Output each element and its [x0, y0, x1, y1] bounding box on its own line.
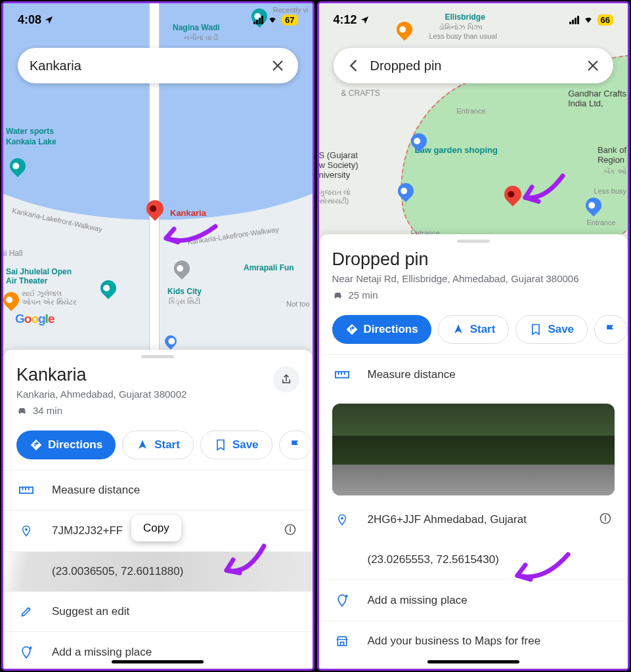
add-missing-label: Add a missing place	[368, 594, 468, 607]
google-logo: Google	[15, 312, 54, 326]
status-bar: 4:12 66	[319, 3, 628, 36]
add-missing-place-row[interactable]: Add a missing place	[3, 631, 313, 671]
save-button[interactable]: Save	[200, 430, 272, 459]
close-icon	[271, 58, 285, 73]
map-label-lessb2: Less busy	[594, 187, 626, 195]
add-business-row[interactable]: Add your business to Maps for free	[319, 621, 628, 661]
travel-time: 25 min	[332, 289, 615, 301]
location-pin-icon	[335, 513, 349, 527]
wifi-icon	[582, 15, 594, 24]
nav-arrow-icon	[136, 438, 149, 452]
right-phone: 4:12 66 Ellisbridge ડોમિનોઝ પિઝા Less bu…	[317, 1, 630, 671]
street-photo[interactable]	[332, 404, 615, 495]
add-pin-icon	[335, 593, 349, 608]
map-label-nottoo: Not too	[286, 300, 309, 308]
map-label-kidscity-sub: કિડ્સ સિટી	[169, 297, 200, 306]
home-indicator[interactable]	[427, 660, 519, 663]
directions-icon	[345, 323, 359, 336]
travel-time: 34 min	[16, 405, 299, 416]
place-sheet[interactable]: Dropped pin Near Netaji Rd, Ellisbridge,…	[319, 234, 628, 669]
plus-code-row[interactable]: 2HG6+JJF Ahmedabad, Gujarat	[319, 499, 628, 540]
map-label-amrapali: Amrapali Fun	[244, 263, 294, 272]
add-missing-place-row[interactable]: Add a missing place	[319, 579, 628, 621]
map-label-law: Law garden shoping	[415, 145, 498, 155]
pencil-icon	[19, 605, 33, 618]
coordinates-row[interactable]: (23.0036505, 72.6011880)	[3, 551, 313, 591]
map-label-watersports: Water sports	[6, 127, 54, 136]
poi-bus-icon[interactable]	[162, 333, 179, 349]
coordinates-value: (23.0265553, 72.5615430)	[368, 553, 499, 566]
place-sheet[interactable]: Kankaria Kankaria, Ahmedabad, Gujarat 38…	[3, 350, 313, 669]
map-label-crafts: & CRAFTS	[341, 89, 380, 98]
measure-distance-row[interactable]: Measure distance	[319, 354, 628, 394]
ruler-icon	[19, 485, 33, 495]
action-row: Directions Start Save	[319, 307, 628, 354]
start-button[interactable]: Start	[438, 315, 510, 344]
map-canvas[interactable]: Ellisbridge ડોમિનોઝ પિઝા Less busy than …	[319, 3, 628, 240]
directions-icon	[30, 438, 43, 452]
flag-icon	[604, 323, 617, 336]
save-button[interactable]: Save	[515, 315, 588, 344]
map-label-kidscity: Kids City	[167, 287, 202, 296]
copy-tooltip[interactable]: Copy	[131, 515, 181, 541]
map-label-bank-sub: બેંક ઓ	[604, 167, 626, 176]
share-icon	[280, 373, 292, 385]
map-label-gs: S (Gujarat w Society) niversity	[319, 150, 359, 180]
battery-badge: 67	[282, 14, 297, 26]
poi-teal-icon[interactable]	[97, 277, 120, 299]
clear-search-button[interactable]	[269, 57, 286, 74]
coordinates-row[interactable]: (23.0265553, 72.5615430)	[319, 540, 628, 579]
bookmark-icon	[214, 438, 227, 452]
share-button[interactable]	[273, 366, 299, 392]
add-business-label: Add your business to Maps for free	[368, 635, 541, 648]
directions-button[interactable]: Directions	[16, 430, 116, 459]
map-label-gandhar: Gandhar Crafts India Ltd,	[568, 89, 626, 108]
map-label-jhulelal-sub: સાઈ ઝૂલેલાલ ઓપન એર થિયેટર	[22, 289, 77, 306]
suggest-edit-row[interactable]: Suggest an edit	[3, 591, 313, 631]
drag-handle[interactable]	[457, 240, 490, 243]
map-label-entrance3: Entrance	[587, 219, 616, 226]
place-address: Kankaria, Ahmedabad, Gujarat 380002	[16, 388, 299, 401]
info-button[interactable]	[284, 523, 297, 539]
pin-label: Kankaria	[170, 208, 206, 218]
directions-button[interactable]: Directions	[332, 315, 431, 344]
place-title: Kankaria	[16, 365, 299, 385]
start-button[interactable]: Start	[122, 430, 194, 459]
search-input[interactable]	[30, 58, 261, 74]
back-button[interactable]	[345, 57, 362, 74]
poi-gray-icon[interactable]	[171, 257, 193, 280]
drag-handle[interactable]	[141, 355, 174, 358]
search-input[interactable]	[370, 58, 577, 74]
info-button[interactable]	[599, 512, 612, 528]
map-label-kankaia: Kankaia Lake	[6, 137, 56, 146]
car-icon	[16, 405, 28, 416]
report-button[interactable]	[279, 430, 312, 459]
bookmark-icon	[529, 323, 542, 336]
status-time: 4:08	[18, 13, 41, 27]
ruler-icon	[335, 369, 349, 380]
poi-orange-icon[interactable]	[3, 289, 22, 311]
svg-point-4	[341, 517, 343, 520]
location-arrow-icon	[44, 15, 54, 25]
report-button[interactable]	[594, 315, 627, 344]
measure-label: Measure distance	[52, 484, 140, 497]
signal-icon	[569, 16, 579, 24]
left-phone: 4:08 67 Nagina Wadi નગીના વાડી Recently …	[1, 1, 315, 671]
measure-label: Measure distance	[368, 368, 456, 381]
location-arrow-icon	[360, 15, 370, 25]
search-pill[interactable]	[18, 48, 298, 83]
location-pin-icon	[19, 524, 33, 538]
plus-code-value: 7JMJ2J32+FF	[52, 524, 123, 537]
measure-distance-row[interactable]: Measure distance	[3, 470, 313, 510]
clear-search-button[interactable]	[584, 57, 601, 74]
search-pill[interactable]	[334, 48, 614, 83]
add-missing-label: Add a missing place	[52, 646, 152, 659]
map-label-jhulelal: Sai Jhulelal Open Air Theater	[6, 267, 72, 285]
place-title: Dropped pin	[332, 249, 615, 270]
home-indicator[interactable]	[112, 660, 204, 663]
car-icon	[332, 289, 343, 301]
map-label-hall: ii Hall	[3, 249, 22, 258]
nav-arrow-icon	[452, 323, 465, 336]
plus-code-value: 2HG6+JJF Ahmedabad, Gujarat	[368, 513, 527, 526]
status-bar: 4:08 67	[3, 3, 313, 36]
